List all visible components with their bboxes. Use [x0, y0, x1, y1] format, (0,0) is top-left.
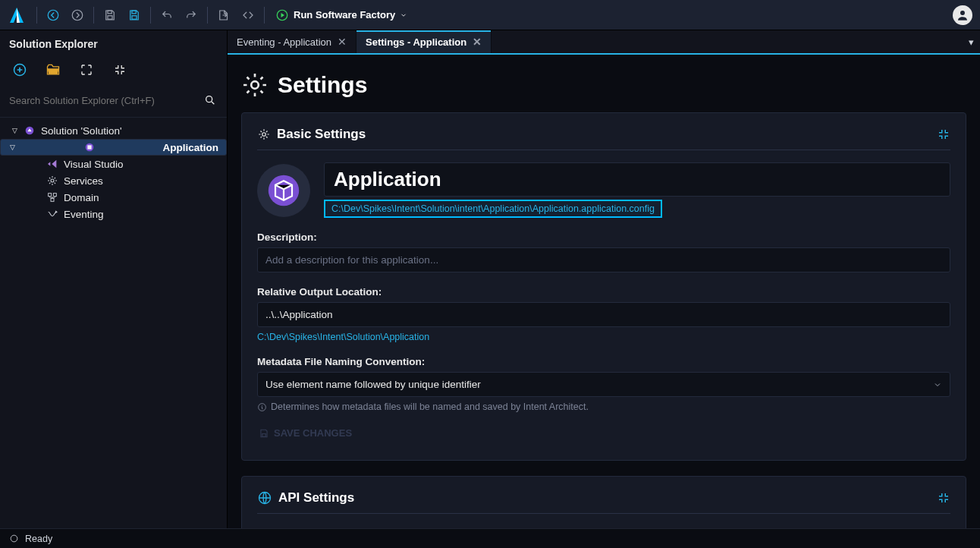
description-label: Description:: [257, 231, 950, 243]
tab-settings[interactable]: Settings - Application ✕: [357, 30, 492, 53]
close-tab-icon[interactable]: ✕: [473, 36, 482, 48]
application-name-input[interactable]: Application: [324, 162, 950, 197]
expand-button[interactable]: [77, 61, 96, 79]
caret-icon: ▽: [11, 127, 18, 134]
gear-icon: [257, 128, 271, 141]
solution-explorer-toolbar: [0, 56, 227, 87]
status-text: Ready: [25, 534, 52, 544]
info-icon: [257, 402, 267, 412]
svg-rect-14: [49, 194, 52, 197]
services-icon: [46, 174, 59, 187]
visual-studio-icon: [46, 157, 59, 171]
tree-eventing-node[interactable]: Eventing: [0, 206, 227, 222]
redo-button[interactable]: [180, 4, 203, 27]
tree-visual-studio-node[interactable]: Visual Studio: [0, 156, 227, 172]
chevron-down-icon: [933, 380, 942, 389]
tree-services-node[interactable]: Services: [0, 172, 227, 189]
metadata-label: Metadata File Naming Convention:: [257, 356, 950, 367]
globe-icon: [257, 490, 272, 505]
application-badge-icon: [257, 164, 310, 217]
page-title: Settings: [278, 72, 367, 98]
solution-icon: [23, 124, 36, 137]
svg-point-1: [72, 10, 83, 20]
export-button[interactable]: [212, 4, 235, 27]
search-button[interactable]: [199, 90, 221, 111]
svg-point-9: [206, 96, 212, 102]
chevron-down-icon: [400, 11, 407, 19]
svg-rect-2: [108, 11, 112, 14]
save-button[interactable]: [99, 4, 121, 27]
collapse-card-button[interactable]: [937, 128, 950, 141]
app-logo: [8, 6, 26, 24]
svg-rect-3: [108, 15, 112, 19]
close-tab-icon[interactable]: ✕: [338, 36, 347, 48]
undo-button[interactable]: [155, 4, 178, 27]
settings-content: Settings Basic Settings: [228, 55, 980, 528]
config-path-link[interactable]: C:\Dev\Spikes\Intent\Solution\intent\App…: [324, 200, 662, 218]
svg-point-17: [251, 81, 259, 89]
basic-settings-card: Basic Settings Application C:\Dev\Spikes…: [241, 112, 966, 461]
open-folder-button[interactable]: [44, 61, 62, 79]
status-icon: [9, 534, 19, 543]
eventing-icon: [46, 207, 59, 221]
metadata-select[interactable]: Use element name followed by unique iden…: [257, 372, 950, 397]
solution-explorer-title: Solution Explorer: [0, 30, 227, 56]
svg-point-7: [960, 11, 965, 15]
collapse-button[interactable]: [111, 61, 129, 79]
description-input[interactable]: [257, 247, 950, 272]
code-button[interactable]: [237, 4, 259, 27]
svg-point-23: [11, 535, 17, 542]
metadata-hint: Determines how metadata files will be na…: [257, 402, 950, 412]
save-all-button[interactable]: [123, 4, 146, 27]
status-bar: Ready: [0, 528, 980, 548]
svg-rect-21: [262, 433, 266, 436]
forward-button[interactable]: [66, 4, 89, 27]
relative-output-input[interactable]: [257, 302, 950, 327]
run-software-factory-button[interactable]: Run Software Factory: [269, 4, 413, 27]
top-toolbar: Run Software Factory: [0, 0, 980, 30]
svg-rect-5: [132, 15, 137, 19]
svg-point-13: [51, 179, 54, 182]
basic-settings-heading: Basic Settings: [277, 127, 366, 142]
settings-icon: [241, 71, 269, 99]
user-avatar[interactable]: [953, 5, 972, 25]
svg-point-18: [262, 133, 266, 137]
domain-icon: [46, 191, 59, 204]
solution-tree: ▽ Solution 'Solution' ▽ Application Visu…: [0, 118, 227, 528]
api-settings-heading: API Settings: [278, 490, 354, 505]
tree-domain-node[interactable]: Domain: [0, 189, 227, 206]
caret-icon: ▽: [8, 143, 16, 151]
resolved-path-link[interactable]: C:\Dev\Spikes\Intent\Solution\Applicatio…: [257, 332, 950, 342]
save-icon: [259, 428, 269, 439]
save-changes-button[interactable]: SAVE CHANGES: [257, 423, 353, 443]
tree-solution-node[interactable]: ▽ Solution 'Solution': [0, 122, 227, 139]
application-icon: [83, 140, 96, 154]
svg-rect-12: [87, 145, 91, 149]
search-input[interactable]: [6, 90, 196, 111]
api-settings-card: API Settings: [241, 476, 966, 528]
run-label: Run Software Factory: [294, 9, 395, 20]
svg-rect-16: [51, 198, 54, 201]
tree-application-node[interactable]: ▽ Application: [0, 139, 227, 156]
collapse-card-button[interactable]: [937, 491, 950, 505]
relative-output-label: Relative Output Location:: [257, 286, 950, 298]
add-button[interactable]: [11, 61, 29, 79]
back-button[interactable]: [42, 4, 64, 27]
solution-explorer-panel: Solution Explorer: [0, 30, 228, 528]
svg-rect-15: [53, 194, 56, 197]
tabs-overflow-button[interactable]: ▾: [962, 30, 980, 53]
svg-point-0: [48, 10, 58, 20]
editor-tabs: Eventing - Application ✕ Settings - Appl…: [228, 30, 980, 55]
tab-eventing[interactable]: Eventing - Application ✕: [228, 30, 357, 53]
svg-rect-4: [132, 11, 136, 14]
